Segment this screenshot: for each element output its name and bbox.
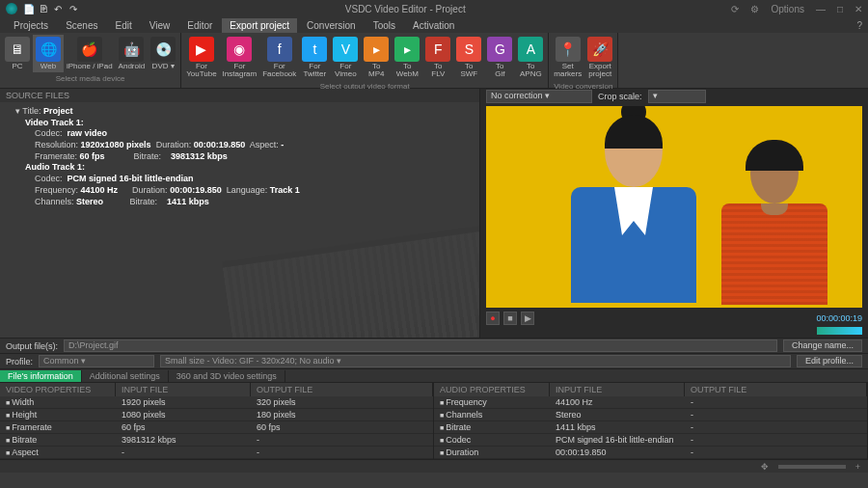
qa-icon[interactable]: ↶	[54, 4, 64, 14]
ribbon-icon: ▸	[394, 37, 420, 62]
info-tab[interactable]: File's information	[0, 370, 82, 382]
menu-item[interactable]: Conversion	[299, 18, 364, 33]
menu-item[interactable]: Export project	[222, 18, 297, 33]
profile-row: Profile: Common ▾ Small size - Video: GI…	[0, 353, 868, 368]
ribbon-icon: t	[302, 37, 327, 62]
ribbon-group-media: 🖥PC🌐Web🍎iPhone / iPad🤖Android💿DVD ▾ Sele…	[0, 33, 181, 88]
col-header: INPUT FILE	[116, 383, 251, 396]
col-header: AUDIO PROPERTIES	[434, 383, 550, 396]
options-label[interactable]: Options	[771, 4, 803, 14]
close-icon[interactable]: ✕	[854, 4, 862, 14]
property-row: Bitrate3981312 kbps-	[0, 434, 433, 447]
ribbon-label: Android	[119, 63, 146, 70]
property-row: Frequency44100 Hz-	[434, 396, 867, 409]
ribbon-item[interactable]: FToFLV	[422, 35, 453, 80]
source-files-panel: SOURCE FILES ▾ Title: Project Video Trac…	[0, 89, 480, 338]
ribbon-label: ForInstagram	[223, 63, 258, 78]
menu-item[interactable]: Edit	[107, 18, 139, 33]
statusbar: ✥ +	[0, 459, 868, 473]
ribbon-item[interactable]: 📍Setmarkers	[551, 35, 584, 80]
zoom-in-icon[interactable]: +	[855, 462, 860, 472]
help-icon[interactable]: ?	[856, 20, 862, 31]
minimize-icon[interactable]: —	[816, 4, 826, 14]
source-tree[interactable]: ▾ Title: Project Video Track 1: Codec: r…	[0, 102, 479, 211]
qa-icon[interactable]: 📄	[23, 4, 33, 14]
ribbon-label: ToGif	[495, 63, 504, 78]
menu-item[interactable]: View	[142, 18, 178, 33]
ribbon-label: ForYouTube	[186, 63, 216, 78]
app-logo-icon	[6, 3, 17, 14]
ribbon-item[interactable]: 🖥PC	[2, 35, 33, 72]
window-title: VSDC Video Editor - Project	[79, 4, 731, 14]
menu-item[interactable]: Scenes	[58, 18, 105, 33]
ribbon-label: ToFLV	[431, 63, 445, 78]
menu-item[interactable]: Editor	[179, 18, 220, 33]
ribbon-item[interactable]: 🤖Android	[116, 35, 149, 72]
col-header: OUTPUT FILE	[685, 383, 867, 396]
audio-properties: AUDIO PROPERTIES INPUT FILE OUTPUT FILE …	[434, 383, 868, 459]
property-row: Aspect--	[0, 447, 433, 459]
output-file-row: Output file(s): D:\Project.gif Change na…	[0, 338, 868, 353]
ribbon-item[interactable]: 💿DVD ▾	[148, 35, 178, 72]
ribbon-item[interactable]: fForFacebook	[259, 35, 299, 80]
settings-icon[interactable]: ⚙	[750, 4, 759, 14]
maximize-icon[interactable]: □	[837, 4, 843, 14]
menu-item[interactable]: Tools	[366, 18, 403, 33]
record-button[interactable]: ●	[486, 312, 500, 325]
ribbon-label: PC	[12, 63, 22, 70]
output-file-field[interactable]: D:\Project.gif	[64, 339, 777, 352]
ribbon-icon: ◉	[227, 37, 252, 62]
crop-scale-select[interactable]: ▾	[648, 90, 706, 103]
ribbon-item[interactable]: GToGif	[484, 35, 515, 80]
video-preview[interactable]	[486, 106, 862, 308]
property-row: Width1920 pixels320 pixels	[0, 396, 433, 409]
property-row: ChannelsStereo-	[434, 409, 867, 421]
ribbon-group-conversion: 📍Setmarkers🚀Exportproject Video conversi…	[549, 33, 618, 88]
ribbon-item[interactable]: SToSWF	[453, 35, 484, 80]
refresh-icon[interactable]: ⟳	[731, 4, 739, 14]
ribbon-label: ForFacebook	[262, 63, 296, 78]
menu-item[interactable]: Projects	[6, 18, 56, 33]
quick-access-icons[interactable]: 📄 🖹 ↶ ↷	[23, 4, 79, 14]
qa-icon[interactable]: 🖹	[39, 4, 48, 14]
correction-select[interactable]: No correction ▾	[486, 90, 592, 103]
ribbon-icon: V	[333, 37, 358, 62]
ribbon-item[interactable]: AToAPNG	[515, 35, 546, 80]
profile-label: Profile:	[6, 357, 33, 366]
info-tab[interactable]: Additional settings	[82, 370, 169, 382]
edit-profile-button[interactable]: Edit profile...	[797, 355, 862, 367]
ribbon-icon: 💿	[150, 37, 176, 62]
info-tab[interactable]: 360 and 3D video settings	[169, 370, 285, 382]
ribbon-item[interactable]: VForVimeo	[330, 35, 361, 80]
timecode: 00:00:00:19	[816, 313, 862, 323]
ribbon-item[interactable]: ▸ToMP4	[361, 35, 392, 80]
move-icon[interactable]: ✥	[761, 462, 769, 472]
ribbon-icon: 🤖	[119, 37, 144, 62]
menu-item[interactable]: Activation	[405, 18, 462, 33]
play-button[interactable]: ▶	[521, 312, 534, 325]
profile-select[interactable]: Common ▾	[39, 355, 154, 367]
ribbon-icon: A	[518, 37, 543, 62]
ribbon-icon: 🚀	[587, 37, 612, 62]
ribbon-item[interactable]: ◉ForInstagram	[220, 35, 260, 80]
qa-icon[interactable]: ↷	[69, 4, 79, 14]
stop-button[interactable]: ■	[503, 312, 517, 325]
change-name-button[interactable]: Change name...	[783, 339, 862, 352]
ribbon-icon: G	[487, 37, 512, 62]
ribbon-item[interactable]: ▸ToWebM	[392, 35, 422, 80]
ribbon-label: ForTwitter	[304, 63, 327, 78]
ribbon-item[interactable]: tForTwitter	[299, 35, 330, 80]
property-row: Framerate60 fps60 fps	[0, 421, 433, 434]
property-row: Duration00:00:19.850-	[434, 447, 867, 459]
ribbon-item[interactable]: 🍎iPhone / iPad	[64, 35, 116, 72]
zoom-slider[interactable]	[778, 465, 846, 469]
ribbon-item[interactable]: 🚀Exportproject	[584, 35, 615, 80]
preview-content	[561, 106, 706, 308]
ribbon-icon: ▶	[189, 37, 214, 62]
profile-desc-select[interactable]: Small size - Video: GIF - 320x240; No au…	[160, 355, 791, 367]
property-row: Height1080 pixels180 pixels	[0, 409, 433, 421]
ribbon-item[interactable]: ▶ForYouTube	[183, 35, 219, 80]
info-tabs: File's informationAdditional settings360…	[0, 368, 868, 382]
ribbon-label: Setmarkers	[554, 63, 582, 78]
ribbon-item[interactable]: 🌐Web	[33, 35, 64, 72]
